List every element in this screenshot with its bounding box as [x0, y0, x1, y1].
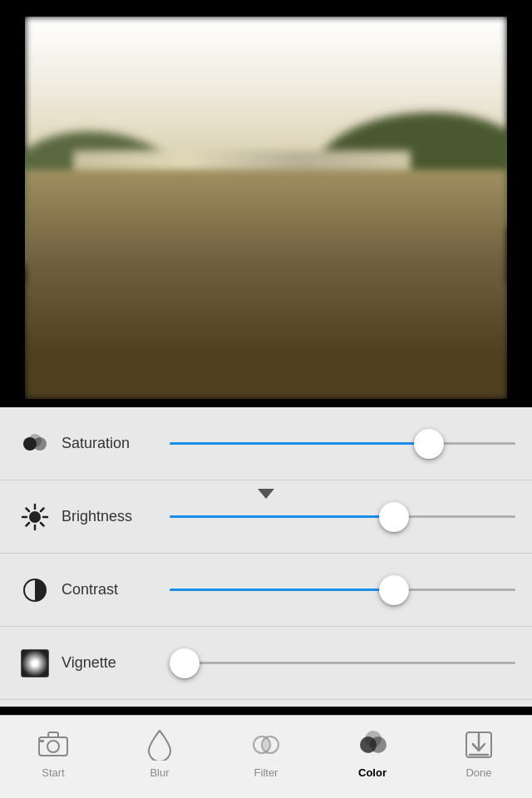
color-icon	[356, 728, 389, 761]
vignette-label: Vignette	[62, 654, 170, 672]
tab-start[interactable]: Start	[0, 716, 106, 798]
vignette-row: Vignette	[0, 627, 532, 700]
camera-icon	[37, 728, 70, 761]
tab-bar: Start Blur Filter Color	[0, 715, 532, 798]
tab-filter[interactable]: Filter	[213, 716, 319, 798]
svg-point-23	[365, 731, 382, 747]
tab-start-label: Start	[42, 766, 64, 779]
vignette-slider[interactable]	[170, 645, 515, 682]
svg-rect-13	[22, 650, 48, 677]
brightness-slider[interactable]	[170, 499, 515, 535]
contrast-label: Contrast	[62, 581, 170, 598]
svg-point-2	[28, 434, 42, 447]
image-area	[0, 0, 532, 416]
svg-rect-17	[48, 732, 58, 737]
blur-icon	[143, 728, 176, 761]
contrast-icon	[17, 572, 53, 608]
tab-blur-label: Blur	[150, 766, 169, 779]
filter-icon	[249, 728, 283, 761]
brightness-label: Brightness	[62, 508, 170, 525]
svg-rect-18	[40, 740, 44, 742]
brightness-icon	[17, 499, 53, 535]
photo-background	[25, 17, 507, 399]
scroll-arrow-icon	[258, 489, 274, 499]
done-icon	[462, 728, 495, 761]
saturation-slider[interactable]	[170, 426, 515, 462]
svg-point-16	[47, 741, 59, 752]
svg-line-10	[41, 508, 44, 511]
tab-done[interactable]: Done	[426, 716, 532, 798]
saturation-icon	[17, 426, 53, 462]
tab-blur[interactable]: Blur	[106, 716, 213, 798]
saturation-label: Saturation	[62, 435, 170, 452]
svg-point-3	[29, 511, 41, 523]
svg-line-11	[27, 523, 30, 526]
controls-panel: Saturation Brightness	[0, 407, 532, 707]
contrast-row: Contrast	[0, 554, 532, 627]
svg-line-9	[41, 523, 44, 526]
photo-canvas	[25, 17, 507, 399]
tab-color[interactable]: Color	[319, 716, 426, 798]
contrast-slider[interactable]	[170, 572, 515, 608]
vignette-icon	[17, 645, 53, 682]
svg-line-8	[27, 508, 30, 511]
tab-done-label: Done	[466, 766, 491, 779]
saturation-row: Saturation	[0, 407, 532, 480]
tab-color-label: Color	[358, 766, 387, 779]
tab-filter-label: Filter	[254, 766, 278, 779]
